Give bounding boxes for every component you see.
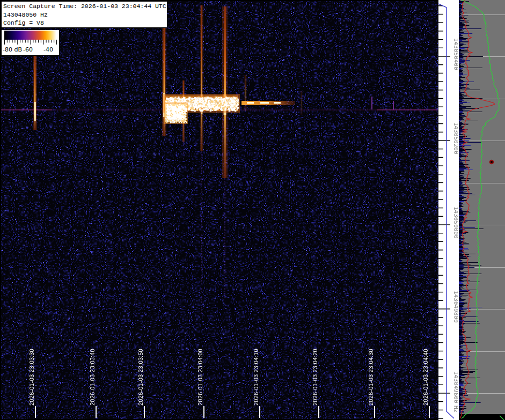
time-axis-label: 2026-01-03 23:03:40 (89, 339, 96, 406)
spectrogram-app-screen: Screen Capture Time: 2026-01-03 23:04:44… (0, 0, 505, 420)
frequency-axis-label: 143050000 (452, 207, 459, 239)
time-axis-tick (259, 406, 260, 418)
colorbar-min-label: -80 dB (3, 46, 22, 53)
time-axis-label: 2026-01-03 23:04:00 (197, 339, 203, 406)
time-axis-tick (318, 406, 319, 418)
frequency-axis-label: 143049800 (452, 291, 459, 323)
config-text: Config = V8 (3, 19, 165, 27)
time-axis-label: 2026-01-03 23:04:30 (368, 339, 374, 406)
frequency-axis-unit: Hz (452, 406, 459, 412)
time-axis-tick (374, 406, 375, 418)
time-axis-label: 2026-01-03 23:04:10 (253, 339, 259, 406)
capture-time-text: Screen Capture Time: 2026-01-03 23:04:44… (3, 2, 165, 11)
center-frequency-text: 143048050 Hz (3, 11, 165, 19)
time-axis-tick (429, 406, 430, 418)
frequency-axis-label: 143050400 (452, 38, 459, 70)
colorbar-ruler (3, 40, 59, 46)
colorbar-legend: -80 dB -60 -40 (1, 30, 60, 56)
time-axis-label: 2026-01-03 23:04:20 (312, 339, 318, 406)
frequency-axis-label: 143049600 (452, 371, 459, 403)
time-axis-tick (144, 406, 145, 418)
capture-info-box: Screen Capture Time: 2026-01-03 23:04:44… (1, 1, 167, 28)
time-axis-tick (35, 406, 36, 418)
time-axis-label: 2026-01-03 23:03:50 (137, 339, 144, 406)
colorbar-gradient (4, 31, 56, 40)
colorbar-max-label: -40 (43, 46, 53, 53)
time-axis-tick (203, 406, 204, 418)
frequency-axis-label: 143050200 (452, 122, 459, 154)
time-axis-label: 2026-01-03 23:03:30 (28, 339, 35, 406)
time-axis-label: 2026-01-03 23:04:40 (422, 339, 429, 406)
colorbar-mid-label: -60 (23, 46, 33, 53)
live-spectrum-panel[interactable] (459, 0, 505, 420)
time-axis-tick (96, 406, 97, 418)
